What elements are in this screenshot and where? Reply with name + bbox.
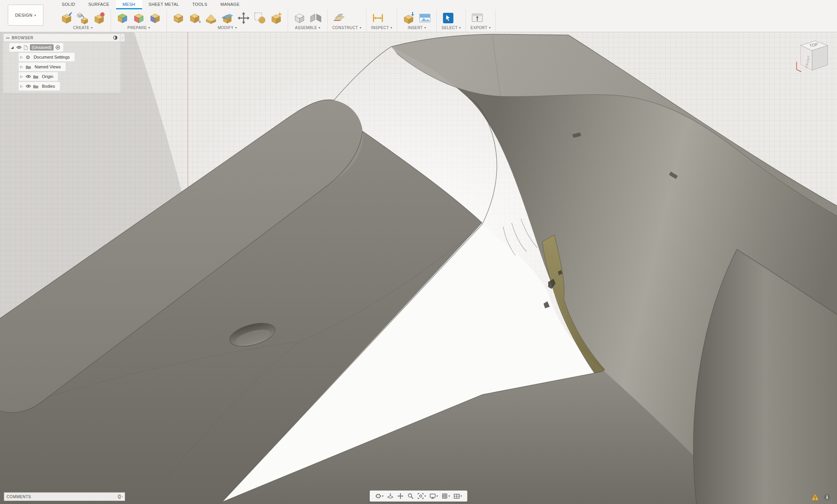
chevron-down-icon: ▾: [436, 494, 438, 498]
chevron-down-icon: ▾: [448, 494, 450, 498]
collapse-left-icon[interactable]: ◂◂: [6, 36, 9, 40]
browser-row-bodies[interactable]: ▷ Bodies: [19, 82, 60, 90]
select-menu[interactable]: SELECT ▾: [441, 26, 461, 30]
remesh-icon: [172, 12, 185, 24]
fit-icon: [417, 493, 424, 499]
browser-display-mode-icon[interactable]: [113, 35, 118, 40]
warning-icon[interactable]: [811, 494, 819, 501]
browser-row-named-views[interactable]: ▷ Named Views: [19, 63, 66, 71]
insert-mesh-button[interactable]: [60, 11, 73, 25]
separate-button[interactable]: [148, 11, 162, 25]
viewports-button[interactable]: ▾: [452, 492, 463, 500]
construct-menu[interactable]: CONSTRUCT ▾: [332, 26, 361, 30]
tab-mesh[interactable]: MESH: [116, 0, 142, 9]
ribbon-tabstrip: SOLID SURFACE MESH SHEET METAL TOOLS MAN…: [0, 0, 837, 9]
look-at-icon: [387, 493, 394, 499]
reduce-icon: [188, 12, 201, 24]
toolbar-group-modify: MODIFY ▾: [167, 9, 288, 31]
tab-tools[interactable]: TOOLS: [186, 0, 214, 9]
comments-collapse-handle[interactable]: ‹: [120, 492, 125, 501]
construct-plane-icon: [333, 12, 346, 24]
fit-button[interactable]: ▾: [416, 492, 427, 500]
document-name[interactable]: (Unsaved): [30, 44, 54, 50]
select-button[interactable]: [441, 11, 455, 25]
reduce-button[interactable]: [188, 11, 201, 25]
replace-with-primitive-icon: [254, 12, 266, 24]
viewcube[interactable]: TOP FRONT: [791, 36, 835, 82]
grid-icon: [441, 493, 448, 499]
chevron-down-icon: ▾: [489, 26, 490, 30]
chevron-down-icon: ▾: [235, 26, 237, 30]
notification-icon[interactable]: [823, 494, 831, 501]
expand-arrow-icon[interactable]: ▷: [19, 75, 24, 78]
look-at-button[interactable]: [386, 492, 395, 500]
insert-mesh-file-button[interactable]: [402, 11, 415, 25]
toolbar-group-inspect: INSPECT ▾: [366, 9, 398, 31]
comments-panel[interactable]: COMMENTS: [4, 492, 125, 501]
design-label: DESIGN: [15, 13, 33, 17]
fusion-window: TOP FRONT DESIGN ▾ SOLID SURFACE MESH SH…: [0, 0, 837, 504]
move-icon: [237, 12, 250, 24]
tab-manage[interactable]: MANAGE: [214, 0, 246, 9]
move-button[interactable]: [237, 11, 250, 25]
brep-to-mesh-button[interactable]: [76, 11, 90, 25]
measure-button[interactable]: [371, 11, 385, 25]
tab-surface[interactable]: SURFACE: [82, 0, 116, 9]
design-dropdown[interactable]: DESIGN ▾: [8, 5, 43, 26]
plane-cut-button[interactable]: [221, 11, 234, 25]
expand-arrow-icon[interactable]: ▷: [19, 65, 24, 69]
tab-solid[interactable]: SOLID: [55, 0, 82, 9]
visibility-eye-icon[interactable]: [26, 84, 31, 88]
display-settings-button[interactable]: ▾: [428, 492, 439, 500]
prepare-menu[interactable]: PREPARE ▾: [116, 26, 162, 30]
assemble-menu[interactable]: ASSEMBLE ▾: [293, 26, 323, 30]
generate-face-groups-button[interactable]: [116, 11, 129, 25]
construct-plane-button[interactable]: [332, 11, 346, 25]
visibility-eye-icon[interactable]: [16, 45, 22, 49]
zoom-button[interactable]: [406, 492, 415, 500]
chevron-down-icon: ▾: [391, 26, 392, 30]
insert-menu[interactable]: INSERT ▾: [402, 26, 432, 30]
create-mesh-primitive-button[interactable]: [92, 11, 106, 25]
chevron-down-icon: ▾: [424, 494, 426, 498]
inspect-menu[interactable]: INSPECT ▾: [371, 26, 392, 30]
orbit-button[interactable]: ▾: [374, 492, 385, 500]
canvas-button[interactable]: [418, 11, 432, 25]
expand-arrow-icon[interactable]: ▷: [19, 55, 24, 59]
browser-row-document-settings[interactable]: ▷ ⚙ Document Settings: [19, 53, 75, 61]
browser-row-origin[interactable]: ▷ Origin: [19, 72, 58, 81]
chevron-down-icon: ▾: [424, 26, 426, 30]
folder-icon: [33, 75, 38, 79]
grid-and-snaps-button[interactable]: ▾: [440, 492, 451, 500]
select-icon: [442, 12, 455, 24]
browser-header: ◂◂ BROWSER: [3, 33, 120, 42]
browser-panel: ◂◂ BROWSER ‹ ◢ (Unsaved): [3, 33, 120, 93]
export-icon: [471, 12, 484, 24]
tab-sheet-metal[interactable]: SHEET METAL: [142, 0, 186, 9]
browser-collapse-handle[interactable]: ‹: [120, 33, 125, 42]
repair-button[interactable]: [132, 11, 146, 25]
export-menu[interactable]: EXPORT ▾: [471, 26, 491, 30]
active-document-radio-icon[interactable]: [56, 45, 60, 50]
browser-row-root[interactable]: ◢ (Unsaved): [9, 43, 63, 52]
paint-mesh-groups-button[interactable]: [269, 11, 283, 25]
new-component-button[interactable]: [293, 11, 306, 25]
expand-arrow-icon[interactable]: ◢: [10, 45, 14, 49]
remesh-button[interactable]: [172, 11, 185, 25]
viewports-icon: [453, 493, 460, 499]
viewport-canvas[interactable]: [0, 32, 837, 504]
pan-button[interactable]: [396, 492, 405, 500]
joint-button[interactable]: [309, 11, 323, 25]
toolbar-group-create: CREATE ▾: [55, 9, 111, 31]
comments-title: COMMENTS: [7, 495, 31, 499]
chevron-down-icon: ▾: [35, 14, 36, 17]
visibility-eye-icon[interactable]: [26, 75, 31, 78]
create-mesh-primitive-icon: [93, 12, 106, 24]
modify-menu[interactable]: MODIFY ▾: [172, 26, 283, 30]
replace-with-primitive-button[interactable]: [253, 11, 267, 25]
expand-arrow-icon[interactable]: ▷: [19, 84, 24, 88]
create-menu[interactable]: CREATE ▾: [60, 26, 106, 30]
erase-and-fill-button[interactable]: [204, 11, 218, 25]
chevron-down-icon: ▾: [148, 26, 150, 30]
export-button[interactable]: [471, 11, 484, 25]
